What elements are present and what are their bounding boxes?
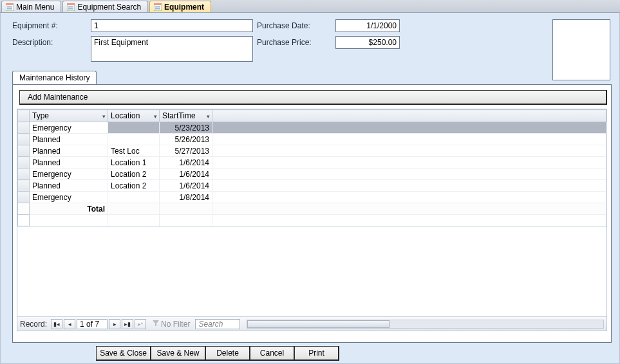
cell-type[interactable]: Planned: [30, 134, 108, 145]
cell-type[interactable]: Planned: [30, 145, 108, 157]
equipment-number-field[interactable]: 1: [91, 19, 253, 32]
row-header[interactable]: [18, 180, 30, 192]
equipment-number-label: Equipment #:: [12, 19, 91, 30]
col-header-label: StartTime: [162, 111, 196, 120]
svg-rect-9: [154, 3, 162, 5]
purchase-date-field[interactable]: 1/1/2000: [335, 19, 400, 32]
add-maintenance-button[interactable]: Add Maintenance: [19, 90, 607, 105]
cancel-button[interactable]: Cancel: [250, 346, 295, 361]
form-area: Equipment #: 1 Description: First Equipm…: [0, 13, 620, 364]
purchase-date-label: Purchase Date:: [257, 19, 335, 30]
cell-starttime[interactable]: 5/23/2013: [160, 122, 212, 134]
form-icon: [67, 3, 75, 11]
table-row[interactable]: PlannedTest Loc5/27/2013: [18, 145, 606, 157]
svg-rect-10: [155, 6, 160, 8]
description-field[interactable]: First Equipment: [91, 36, 253, 62]
cell-location[interactable]: Location 2: [108, 168, 160, 180]
doc-tab-label: Main Menu: [16, 3, 54, 12]
document-tabs-bar: Main Menu Equipment Search Equipment: [0, 0, 620, 13]
chevron-down-icon[interactable]: ▾: [102, 113, 106, 120]
nav-last-button[interactable]: ▸▮: [122, 319, 133, 329]
form-top: Equipment #: 1 Description: First Equipm…: [12, 19, 612, 66]
row-header[interactable]: [18, 122, 30, 134]
table-row[interactable]: EmergencyLocation 21/6/2014: [18, 168, 606, 180]
cell-starttime[interactable]: 1/6/2014: [160, 168, 212, 180]
cell-type[interactable]: Emergency: [30, 192, 108, 203]
table-row[interactable]: PlannedLocation 21/6/2014: [18, 180, 606, 192]
col-header-filler: [212, 110, 606, 122]
col-header-type[interactable]: Type▾: [30, 110, 108, 122]
filter-label: No Filter: [161, 320, 190, 329]
purchase-price-field[interactable]: $250.00: [335, 36, 400, 49]
save-new-button[interactable]: Save & New: [151, 346, 206, 361]
nav-first-button[interactable]: ▮◂: [51, 319, 62, 329]
col-header-location[interactable]: Location▾: [108, 110, 160, 122]
cell-type[interactable]: Emergency: [30, 168, 108, 180]
col-header-label: Location: [111, 111, 140, 120]
grid-empty-area: [17, 226, 606, 227]
picture-box[interactable]: [552, 19, 610, 80]
cell-filler: [212, 145, 606, 157]
row-header[interactable]: [18, 192, 30, 203]
cell-filler: [212, 192, 606, 203]
app-window: Main Menu Equipment Search Equipment Equ…: [0, 0, 620, 364]
nav-next-button[interactable]: ▸: [109, 319, 120, 329]
table-row[interactable]: PlannedLocation 11/6/2014: [18, 157, 606, 168]
table-row[interactable]: Emergency1/8/2014: [18, 192, 606, 203]
row-header[interactable]: [18, 145, 30, 157]
row-header[interactable]: [18, 157, 30, 168]
cell-filler: [212, 168, 606, 180]
svg-rect-1: [6, 3, 14, 5]
doc-tab-label: Equipment: [164, 3, 204, 12]
nav-new-button[interactable]: ▸*: [135, 319, 146, 329]
tab-maintenance-history[interactable]: Maintenance History: [12, 71, 97, 84]
record-label: Record:: [20, 320, 47, 329]
cell-type[interactable]: Emergency: [30, 122, 108, 134]
nav-prev-button[interactable]: ◂: [64, 319, 75, 329]
cell-filler: [212, 180, 606, 192]
funnel-icon: [153, 320, 159, 329]
svg-rect-2: [7, 6, 12, 8]
select-all-corner[interactable]: [18, 110, 30, 122]
svg-rect-3: [7, 8, 12, 10]
col-header-starttime[interactable]: StartTime▾: [160, 110, 212, 122]
record-search-input[interactable]: Search: [195, 319, 240, 329]
cell-filler: [212, 157, 606, 168]
cell-starttime[interactable]: 5/27/2013: [160, 145, 212, 157]
cell-starttime[interactable]: 1/8/2014: [160, 192, 212, 203]
col-header-label: Type: [32, 111, 49, 120]
scrollbar-thumb[interactable]: [247, 320, 390, 328]
record-position-field[interactable]: 1 of 7: [77, 319, 108, 329]
doc-tab-equipment[interactable]: Equipment: [149, 1, 211, 12]
cell-starttime[interactable]: 1/6/2014: [160, 157, 212, 168]
svg-marker-12: [153, 320, 159, 326]
doc-tab-equipment-search[interactable]: Equipment Search: [62, 1, 148, 12]
cell-location[interactable]: [108, 192, 160, 203]
doc-tab-main-menu[interactable]: Main Menu: [1, 1, 61, 12]
row-header: [18, 203, 30, 215]
cell-filler: [212, 134, 606, 145]
cell-starttime[interactable]: 1/6/2014: [160, 180, 212, 192]
table-row[interactable]: Planned5/26/2013: [18, 134, 606, 145]
horizontal-scrollbar[interactable]: [247, 320, 604, 329]
cell-location[interactable]: [108, 122, 160, 134]
row-header[interactable]: [18, 134, 30, 145]
filter-indicator[interactable]: No Filter: [153, 320, 190, 329]
cell-type[interactable]: Planned: [30, 157, 108, 168]
maintenance-grid: Type▾ Location▾ StartTime▾ Emergency5/23…: [17, 109, 607, 331]
total-row: Total: [18, 203, 606, 215]
cell-location[interactable]: Location 2: [108, 180, 160, 192]
cell-location[interactable]: Location 1: [108, 157, 160, 168]
cell-location[interactable]: [108, 134, 160, 145]
cell-starttime[interactable]: 5/26/2013: [160, 134, 212, 145]
save-close-button[interactable]: Save & Close: [96, 346, 151, 361]
delete-button[interactable]: Delete: [205, 346, 250, 361]
chevron-down-icon[interactable]: ▾: [207, 113, 210, 120]
chevron-down-icon[interactable]: ▾: [154, 113, 157, 120]
table-row[interactable]: Emergency5/23/2013: [18, 122, 606, 134]
row-header[interactable]: [18, 168, 30, 180]
grid-header-row: Type▾ Location▾ StartTime▾: [18, 110, 606, 122]
cell-location[interactable]: Test Loc: [108, 145, 160, 157]
print-button[interactable]: Print: [294, 346, 339, 361]
cell-type[interactable]: Planned: [30, 180, 108, 192]
